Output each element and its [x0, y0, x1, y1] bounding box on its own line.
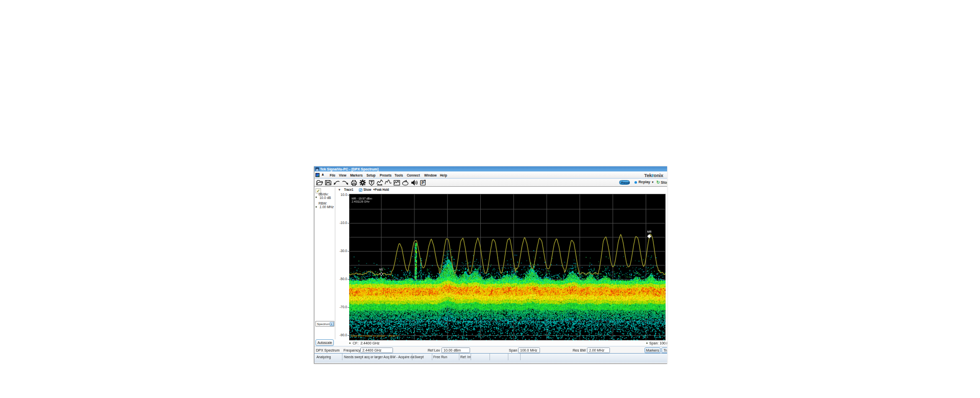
- svg-text:P: P: [422, 180, 425, 185]
